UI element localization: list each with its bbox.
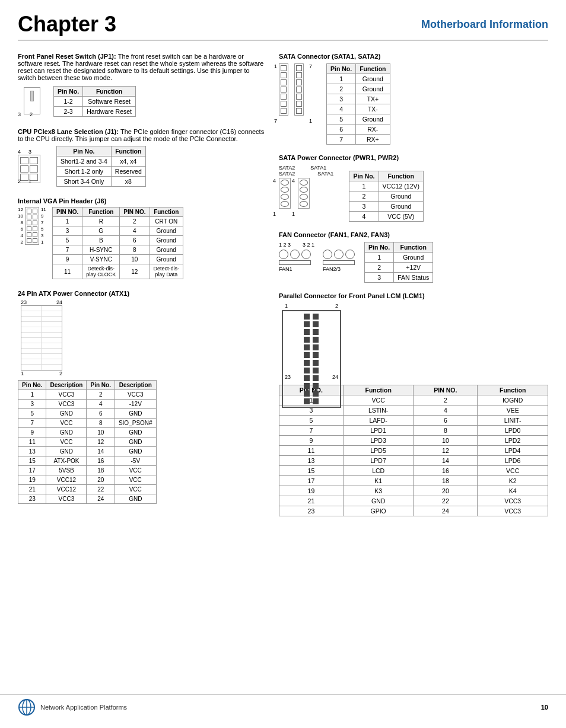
table-row: 5Ground: [327, 114, 390, 124]
j1-graphic: 4 3 2: [18, 149, 50, 184]
table-row: 19VCC1220VCC: [18, 475, 157, 485]
footer-page: 10: [541, 704, 548, 711]
sata-power-inline: SATA2 SATA1: [279, 165, 548, 171]
table-row: 5LAFD-6LINIT-: [279, 416, 548, 426]
cpu-pcle-section: CPU PCIex8 Lane Selection (J1): The PCIe…: [18, 128, 267, 187]
table-row: 2+12V: [365, 263, 433, 273]
table-row: 13GND14GND: [18, 447, 157, 456]
fan-section: FAN Connector (FAN1, FAN2, FAN3) 1 2 3 3…: [279, 231, 548, 283]
table-row: Short 1-2 only Reserved: [57, 167, 146, 177]
table-row: 2Ground: [327, 84, 390, 94]
table-row: 13LPD714LPD6: [279, 456, 548, 466]
table-row: 1-2 Software Reset: [54, 96, 136, 106]
table-row: 9V-SYNC10Ground: [53, 255, 183, 264]
sata-power-connectors: SATA2 SATA1 4: [279, 171, 548, 222]
section-title: Motherboard Information: [421, 18, 548, 31]
table-row: 23VCC324GND: [18, 494, 157, 504]
table-row: 2Ground: [349, 191, 424, 202]
content: Front Panel Reset Switch (JP1): The fron…: [18, 53, 548, 526]
j1-table: Pin No. Function Short1-2 and 3-4 x4, x4…: [56, 146, 146, 187]
table-row: 3VCC34-12V: [18, 400, 157, 409]
table-row: 5B6Ground: [53, 236, 183, 245]
fan-heading: FAN Connector (FAN1, FAN2, FAN3): [279, 231, 548, 238]
table-row: Short 3-4 Only x8: [57, 177, 146, 187]
table-row: 7RX+: [327, 135, 390, 145]
sata-inline: 1: [279, 63, 548, 145]
table-row: 175VSB18VCC: [18, 466, 157, 475]
table-row: 17K118K2: [279, 476, 548, 486]
fan23-block: FAN2/3: [323, 250, 355, 272]
table-row: 1R2CRT ON: [53, 217, 183, 226]
lcm-heading: Parallel Connector for Front Panel LCM (…: [279, 292, 548, 299]
footer-text: Network Application Platforms: [40, 704, 127, 711]
vga-diagram: 12 10 8 6 4 2: [18, 207, 47, 245]
table-row: 3G4Ground: [53, 226, 183, 236]
logo-icon: [18, 698, 36, 716]
page: Chapter 3 Motherboard Information Front …: [0, 0, 566, 728]
table-row: 3Ground: [349, 202, 424, 212]
table-row: 1VCC12 (12V): [349, 181, 424, 191]
footer-logo: Network Application Platforms: [18, 698, 127, 716]
table-row: 7H-SYNC8Ground: [53, 245, 183, 255]
lcm-diagram: 1 2: [279, 303, 344, 380]
vga-table: PIN NO. Function PIN NO. Function 1R2CRT…: [52, 207, 183, 279]
table-row: 5GND6GND: [18, 409, 157, 419]
sata-section: SATA Connector (SATA1, SATA2) 1: [279, 53, 548, 145]
atx-table: Pin No. Description Pin No. Description …: [18, 380, 157, 504]
table-row: 19K320K4: [279, 486, 548, 496]
front-panel-section: Front Panel Reset Switch (JP1): The fron…: [18, 53, 267, 117]
atx-heading: 24 Pin ATX Power Connector (ATX1): [18, 290, 267, 297]
header: Chapter 3 Motherboard Information: [18, 12, 548, 41]
vga-content: 12 10 8 6 4 2: [18, 207, 267, 279]
fan-diagrams: 1 2 3 3 2 1 FAN1: [279, 242, 355, 272]
fan-content: 1 2 3 3 2 1 FAN1: [279, 242, 548, 283]
table-row: 15LCD16VCC: [279, 466, 548, 476]
sata-heading: SATA Connector (SATA1, SATA2): [279, 53, 548, 60]
table-row: 21VCC1222VCC: [18, 485, 157, 494]
table-row: 7LPD18LPD0: [279, 426, 548, 436]
atx-section: 24 Pin ATX Power Connector (ATX1) 23 24: [18, 290, 267, 504]
footer: Network Application Platforms 10: [0, 694, 566, 716]
left-column: Front Panel Reset Switch (JP1): The fron…: [18, 53, 267, 526]
table-row: 9LPD310LPD2: [279, 436, 548, 446]
table-row: 1Ground: [365, 253, 433, 263]
table-row: 11LPD512LPD4: [279, 446, 548, 456]
table-row: 4VCC (5V): [349, 212, 424, 222]
atx-diagram: 23 24: [18, 299, 65, 376]
table-row: 3FAN Status: [365, 273, 433, 283]
front-panel-heading: Front Panel Reset Switch (JP1): The fron…: [18, 53, 267, 81]
table-row: 4TX-: [327, 104, 390, 114]
cpu-pcle-heading: CPU PCIex8 Lane Selection (J1): The PCIe…: [18, 128, 267, 142]
table-row: 9GND10GND: [18, 428, 157, 438]
table-row: 15ATX-POK16-5V: [18, 456, 157, 466]
table-row: 6RX-: [327, 124, 390, 135]
table-row: Short1-2 and 3-4 x4, x4: [57, 157, 146, 167]
vga-heading: Internal VGA Pin Header (J6): [18, 197, 267, 205]
lcm-section: Parallel Connector for Front Panel LCM (…: [279, 292, 548, 516]
table-row: 1Ground: [327, 74, 390, 84]
table-row: 2-3 Hardware Reset: [54, 106, 136, 116]
chapter-title: Chapter 3: [18, 12, 116, 37]
sata-table: Pin No. Function 1Ground 2Ground 3TX+ 4T…: [326, 63, 390, 145]
sata-power-section: SATA Power Connector (PWR1, PWR2) SATA2 …: [279, 154, 548, 222]
table-row: 3TX+: [327, 94, 390, 104]
table-row: 23GPIO24VCC3: [279, 506, 548, 516]
fan-table: Pin No. Function 1Ground 2+12V 3FAN Stat…: [364, 242, 433, 283]
table-row: 21GND22VCC3: [279, 496, 548, 506]
jp1-diagram: 3 2 Pin No. Function 1-2 Software Reset: [18, 85, 267, 117]
right-column: SATA Connector (SATA1, SATA2) 1: [279, 53, 548, 526]
fan1-block: FAN1: [279, 250, 311, 272]
sata-power-table: Pin No. Function 1VCC12 (12V) 2Ground 3G…: [349, 171, 424, 222]
table-row: 7VCC8SIO_PSON#: [18, 419, 157, 428]
sata-power-diagram: SATA2 SATA1: [279, 165, 326, 171]
jp1-graphic: 3 2: [18, 85, 47, 117]
vga-section: Internal VGA Pin Header (J6) 12 10 8 6 4…: [18, 197, 267, 279]
j1-diagram: 4 3 2: [18, 146, 267, 187]
table-row: 11Deteck-dis-play CLOCK12Detect-dis-play…: [53, 264, 183, 279]
table-row: 11VCC12GND: [18, 438, 157, 447]
jp1-table: Pin No. Function 1-2 Software Reset 2-3 …: [53, 86, 136, 117]
table-row: 1VCC32VCC3: [18, 390, 157, 400]
sata-diagram: 1: [279, 63, 304, 116]
sata-power-heading: SATA Power Connector (PWR1, PWR2): [279, 154, 548, 161]
